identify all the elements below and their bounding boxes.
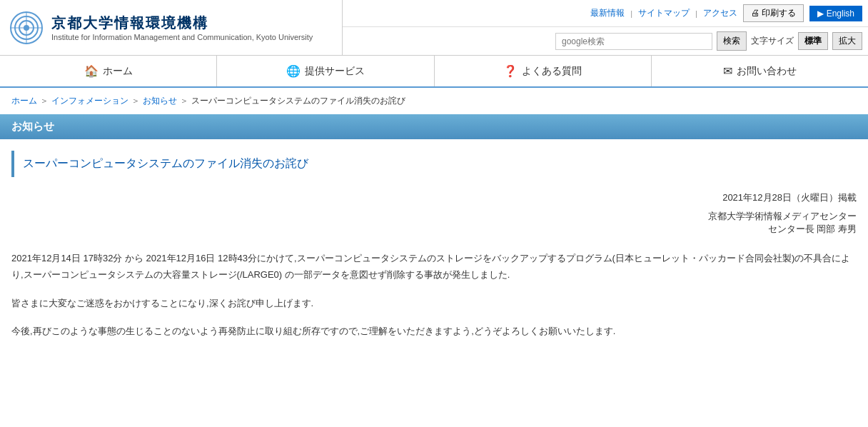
english-button[interactable]: ▶ English [809, 6, 862, 21]
breadcrumb-sep3: ＞ [180, 95, 188, 107]
access-link[interactable]: アクセス [703, 7, 737, 19]
section-title-text: お知らせ [11, 120, 54, 132]
fontsize-standard-button[interactable]: 標準 [798, 32, 828, 50]
globe-icon: 🌐 [286, 64, 301, 78]
breadcrumb-home[interactable]: ホーム [11, 95, 37, 107]
logo-icon [9, 10, 44, 46]
home-icon: 🏠 [84, 64, 99, 78]
header-bottom-row: 検索 文字サイズ 標準 拡大 [343, 27, 868, 55]
article-body1: 2021年12月14日 17時32分 から 2021年12月16日 12時43分… [11, 250, 857, 283]
breadcrumb-sep1: ＞ [40, 95, 49, 107]
nav-faq-label: よくある質問 [522, 65, 582, 78]
logo-main-text: 京都大学情報環境機構 [51, 14, 313, 33]
header-right: 最新情報 | サイトマップ | アクセス 🖨 印刷する ▶ English 検索… [343, 0, 868, 55]
sitemap-link[interactable]: サイトマップ [638, 7, 690, 19]
nav-contact-label: お問い合わせ [737, 65, 797, 78]
sep2: | [695, 9, 697, 18]
breadcrumb-infomation[interactable]: インフォメーション [51, 95, 128, 107]
article-author: 京都大学学術情報メディアセンター センター長 岡部 寿男 [11, 210, 857, 236]
header-top-row: 最新情報 | サイトマップ | アクセス 🖨 印刷する ▶ English [343, 0, 868, 27]
article-body3: 今後,再びこのような事態の生じることのないよう再発防止に取り組む所存ですので,ご… [11, 323, 857, 339]
logo-sub-text: Institute for Information Management and… [51, 33, 313, 41]
section-title-bar: お知らせ [0, 114, 868, 139]
logo-text: 京都大学情報環境機構 Institute for Information Man… [51, 14, 313, 41]
nav-home-label: ホーム [103, 65, 133, 78]
article-title: スーパーコンピュータシステムのファイル消失のお詫び [11, 151, 857, 177]
article-date: 2021年12月28日（火曜日）掲載 [11, 191, 857, 204]
search-input[interactable] [555, 33, 712, 50]
question-icon: ❓ [503, 64, 518, 78]
fontsize-label: 文字サイズ [751, 35, 794, 47]
article-author-org: 京都大学学術情報メディアセンター [11, 210, 857, 223]
site-header: 京都大学情報環境機構 Institute for Information Man… [0, 0, 868, 56]
nav-services[interactable]: 🌐 提供サービス [217, 56, 434, 86]
mail-icon: ✉ [723, 64, 732, 78]
nav-contact[interactable]: ✉ お問い合わせ [652, 56, 868, 86]
latest-info-link[interactable]: 最新情報 [590, 7, 625, 19]
article-body2: 皆さまに大変なご迷惑をおかけすることになり,深くお詫び申し上げます. [11, 295, 857, 311]
content-area: 2021年12月28日（火曜日）掲載 京都大学学術情報メディアセンター センター… [0, 191, 868, 340]
nav-home[interactable]: 🏠 ホーム [0, 56, 217, 86]
breadcrumb-notice[interactable]: お知らせ [143, 95, 177, 107]
nav-faq[interactable]: ❓ よくある質問 [435, 56, 652, 86]
sep1: | [630, 9, 632, 18]
print-button[interactable]: 🖨 印刷する [743, 4, 804, 22]
nav-services-label: 提供サービス [305, 65, 365, 78]
fontsize-large-button[interactable]: 拡大 [832, 32, 862, 50]
breadcrumb-current: スーパーコンピュータシステムのファイル消失のお詫び [191, 95, 405, 107]
navigation-bar: 🏠 ホーム 🌐 提供サービス ❓ よくある質問 ✉ お問い合わせ [0, 56, 868, 88]
article-author-name: センター長 岡部 寿男 [11, 223, 857, 236]
article-title-text: スーパーコンピュータシステムのファイル消失のお詫び [23, 157, 308, 169]
breadcrumb: ホーム ＞ インフォメーション ＞ お知らせ ＞ スーパーコンピュータシステムの… [0, 88, 868, 114]
logo-area: 京都大学情報環境機構 Institute for Information Man… [0, 0, 343, 55]
search-button[interactable]: 検索 [717, 31, 747, 51]
breadcrumb-sep2: ＞ [131, 95, 140, 107]
